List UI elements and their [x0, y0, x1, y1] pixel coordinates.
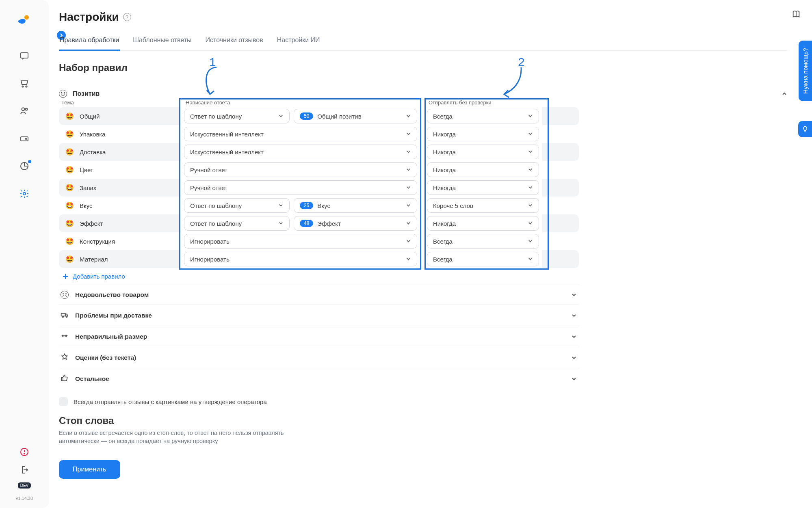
chevron-down-icon: [528, 113, 533, 120]
send-select[interactable]: Всегда: [427, 109, 539, 123]
collapsed-group[interactable]: Оценки (без текста): [59, 347, 579, 368]
tab-review-sources[interactable]: Источники отзывов: [205, 32, 264, 51]
svg-point-13: [66, 316, 67, 318]
svg-rect-11: [61, 313, 65, 316]
add-rule-button[interactable]: Добавить правило: [59, 268, 788, 285]
write-cell: Ответ по шаблону 50 Общий позитив: [181, 109, 420, 123]
topic-name: Конструкция: [80, 238, 115, 245]
write-select[interactable]: Ручной ответ: [184, 180, 417, 195]
apply-button[interactable]: Применить: [59, 460, 120, 479]
tab-ai-settings[interactable]: Настройки ИИ: [276, 32, 321, 51]
template-select[interactable]: 50 Общий позитив: [294, 109, 417, 123]
collapsed-group-title: Неправильный размер: [75, 333, 147, 340]
write-select[interactable]: Искусственный интеллект: [184, 145, 417, 159]
topic-cell: 🤩 Вкус: [59, 197, 181, 214]
write-select[interactable]: Игнорировать: [184, 234, 417, 249]
col-send-header: Отправлять без проверки: [420, 99, 542, 106]
logo[interactable]: [15, 12, 33, 30]
send-select[interactable]: Короче 5 слов: [427, 198, 539, 213]
template-select[interactable]: 48 Эффект: [294, 216, 417, 231]
docs-icon[interactable]: [792, 10, 801, 19]
write-select-value: Искусственный интеллект: [190, 149, 264, 156]
write-select[interactable]: Ответ по шаблону: [184, 198, 290, 213]
write-select[interactable]: Ответ по шаблону: [184, 216, 290, 231]
rule-row: 🤩 ОбщийОтвет по шаблону 50 Общий позитив…: [59, 107, 579, 125]
chevron-down-icon: [571, 376, 577, 382]
send-select-value: Всегда: [433, 113, 453, 120]
billing-icon[interactable]: [19, 133, 30, 144]
chevron-down-icon: [528, 220, 533, 227]
messages-icon[interactable]: [19, 50, 30, 61]
tab-template-replies[interactable]: Шаблонные ответы: [132, 32, 192, 51]
smile-icon: [59, 90, 67, 98]
chevron-down-icon: [406, 220, 411, 227]
collapsed-group[interactable]: Остальное: [59, 368, 579, 389]
help-bulb-button[interactable]: [798, 121, 812, 137]
cart-icon[interactable]: [19, 78, 30, 89]
emoji-icon: 🤩: [65, 238, 74, 245]
collapsed-group[interactable]: Неправильный размер: [59, 326, 579, 347]
chevron-down-icon: [406, 184, 411, 191]
send-select[interactable]: Никогда: [427, 216, 539, 231]
send-select[interactable]: Никогда: [427, 162, 539, 177]
chevron-down-icon: [278, 202, 284, 209]
tab-processing-rules[interactable]: Правила обработки: [59, 32, 120, 51]
topic-name: Упаковка: [80, 131, 106, 138]
tail-cell: [542, 125, 579, 143]
send-select[interactable]: Никогда: [427, 180, 539, 195]
write-cell: Ответ по шаблону 48 Эффект: [181, 216, 420, 231]
send-cell: Всегда: [420, 234, 542, 249]
analytics-icon[interactable]: [19, 161, 30, 171]
settings-icon[interactable]: [19, 188, 30, 199]
add-rule-label: Добавить правило: [73, 273, 125, 280]
checkbox[interactable]: [59, 397, 68, 406]
chevron-down-icon: [406, 202, 411, 209]
write-select[interactable]: Игнорировать: [184, 252, 417, 266]
alert-icon[interactable]: [19, 447, 30, 457]
write-select[interactable]: Ответ по шаблону: [184, 109, 290, 123]
svg-point-8: [23, 192, 26, 195]
topic-name: Цвет: [80, 166, 93, 173]
logout-icon[interactable]: [19, 465, 30, 475]
svg-point-0: [24, 15, 29, 19]
collapsed-group[interactable]: Проблемы при доставке: [59, 305, 579, 326]
send-cell: Всегда: [420, 252, 542, 266]
chevron-down-icon: [571, 312, 577, 319]
users-icon[interactable]: [19, 106, 30, 116]
send-select[interactable]: Всегда: [427, 252, 539, 266]
rules-section-title: Набор правил: [59, 62, 788, 73]
write-cell: Искусственный интеллект: [181, 145, 420, 159]
emoji-icon: 🤩: [65, 131, 74, 138]
send-select[interactable]: Никогда: [427, 145, 539, 159]
send-select-value: Короче 5 слов: [433, 202, 473, 209]
topic-cell: 🤩 Эффект: [59, 214, 181, 232]
template-select-value: Вкус: [317, 202, 330, 209]
send-cell: Никогда: [420, 127, 542, 141]
page-title: Настройки: [59, 11, 119, 24]
template-select[interactable]: 25 Вкус: [294, 198, 417, 213]
write-select-value: Ответ по шаблону: [190, 220, 242, 227]
group-positive-header[interactable]: Позитив: [59, 90, 788, 98]
collapsed-group[interactable]: Недовольство товаром: [59, 285, 579, 305]
chevron-down-icon: [528, 184, 533, 191]
send-select-value: Никогда: [433, 131, 456, 138]
send-select[interactable]: Всегда: [427, 234, 539, 249]
topic-cell: 🤩 Упаковка: [59, 125, 181, 143]
send-select[interactable]: Никогда: [427, 127, 539, 141]
help-icon[interactable]: ?: [123, 13, 131, 21]
svg-point-3: [26, 86, 27, 87]
topic-name: Эффект: [80, 220, 103, 227]
rule-row: 🤩 ЭффектОтвет по шаблону 48 Эффект Никог…: [59, 214, 579, 232]
tail-cell: [542, 214, 579, 232]
help-tab[interactable]: Нужна помощь?: [799, 41, 812, 101]
write-select[interactable]: Искусственный интеллект: [184, 127, 417, 141]
rule-row: 🤩 МатериалИгнорировать Всегда: [59, 250, 579, 268]
ruler-icon: [61, 332, 69, 341]
write-select[interactable]: Ручной ответ: [184, 162, 417, 177]
chevron-down-icon: [406, 166, 411, 173]
chevron-down-icon: [528, 202, 533, 209]
topic-cell: 🤩 Доставка: [59, 143, 181, 161]
chevron-down-icon: [571, 355, 577, 361]
send-select-value: Никогда: [433, 149, 456, 156]
send-images-checkbox-row[interactable]: Всегда отправлять отзывы с картинками на…: [59, 397, 788, 406]
